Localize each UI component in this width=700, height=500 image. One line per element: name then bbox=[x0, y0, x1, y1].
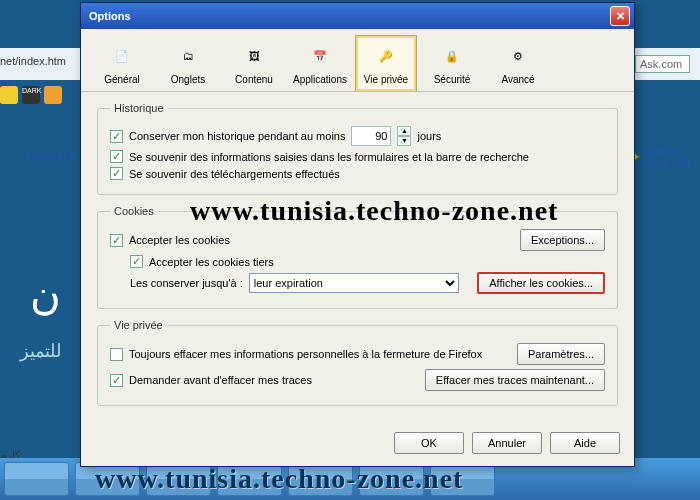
taskbar-button[interactable] bbox=[217, 462, 282, 496]
keep-until-label: Les conserver jusqu'à : bbox=[130, 277, 243, 289]
spin-down[interactable]: ▼ bbox=[397, 136, 411, 146]
taskbar-button[interactable] bbox=[288, 462, 353, 496]
settings-button[interactable]: Paramètres... bbox=[517, 343, 605, 365]
historique-group: Historique ✓ Conserver mon historique pe… bbox=[97, 102, 618, 195]
remember-downloads-label: Se souvenir des téléchargements effectué… bbox=[129, 168, 340, 180]
keep-until-select[interactable]: leur expiration bbox=[249, 273, 459, 293]
dialog-buttons: OK Annuler Aide bbox=[81, 426, 634, 466]
address-bar-fragment: net/index.htm bbox=[0, 55, 66, 67]
remember-forms-checkbox[interactable]: ✓ bbox=[110, 150, 123, 163]
close-button[interactable]: ✕ bbox=[610, 6, 630, 26]
remember-downloads-checkbox[interactable]: ✓ bbox=[110, 167, 123, 180]
bookmark-toolbar: DARK bbox=[0, 80, 62, 110]
help-button[interactable]: Aide bbox=[550, 432, 620, 454]
ok-button[interactable]: OK bbox=[394, 432, 464, 454]
remember-forms-label: Se souvenir des informations saisies dan… bbox=[129, 151, 529, 163]
spin-up[interactable]: ▲ bbox=[397, 126, 411, 136]
tab-onglets[interactable]: 🗂Onglets bbox=[157, 35, 219, 91]
document-icon: 📄 bbox=[106, 40, 138, 72]
accept-cookies-label: Accepter les cookies bbox=[129, 234, 230, 246]
filmmaker-link[interactable]: • Filmmaker bbox=[20, 150, 78, 162]
content-icon: 🖼 bbox=[238, 40, 270, 72]
history-days-input[interactable] bbox=[351, 126, 391, 146]
dialog-title: Options bbox=[89, 10, 610, 22]
historique-legend: Historique bbox=[110, 102, 168, 114]
tab-securite[interactable]: 🔒Sécurité bbox=[421, 35, 483, 91]
taskbar-button[interactable] bbox=[75, 462, 140, 496]
tab-general[interactable]: 📄Général bbox=[91, 35, 153, 91]
category-tabs: 📄Général 🗂Onglets 🖼Contenu 📅Applications… bbox=[81, 29, 634, 92]
arabic-text: ن bbox=[30, 270, 61, 319]
cookies-group: Cookies ✓ Accepter les cookies Exception… bbox=[97, 205, 618, 309]
days-suffix: jours bbox=[417, 130, 441, 142]
taskbar-button[interactable] bbox=[146, 462, 211, 496]
accept-cookies-checkbox[interactable]: ✓ bbox=[110, 234, 123, 247]
ask-before-clear-label: Demander avant d'effacer mes traces bbox=[129, 374, 312, 386]
privacy-legend: Vie privée bbox=[110, 319, 167, 331]
ask-before-clear-checkbox[interactable]: ✓ bbox=[110, 374, 123, 387]
privacy-group: Vie privée ✓ Toujours effacer mes inform… bbox=[97, 319, 618, 406]
key-icon: 🔑 bbox=[370, 40, 402, 72]
add-to-wishlist-link[interactable]: ✦ Add toWish List bbox=[629, 145, 690, 169]
keep-history-checkbox[interactable]: ✓ bbox=[110, 130, 123, 143]
keep-history-label: Conserver mon historique pendant au moin… bbox=[129, 130, 345, 142]
always-clear-checkbox[interactable]: ✓ bbox=[110, 348, 123, 361]
tabs-icon: 🗂 bbox=[172, 40, 204, 72]
tab-vie-privee[interactable]: 🔑Vie privée bbox=[355, 35, 417, 91]
taskbar-button[interactable] bbox=[430, 462, 495, 496]
titlebar[interactable]: Options ✕ bbox=[81, 3, 634, 29]
cookies-legend: Cookies bbox=[110, 205, 158, 217]
always-clear-label: Toujours effacer mes informations person… bbox=[129, 348, 482, 360]
cancel-button[interactable]: Annuler bbox=[472, 432, 542, 454]
tab-contenu[interactable]: 🖼Contenu bbox=[223, 35, 285, 91]
lock-icon: 🔒 bbox=[436, 40, 468, 72]
tab-applications[interactable]: 📅Applications bbox=[289, 35, 351, 91]
clear-now-button[interactable]: Effacer mes traces maintenant... bbox=[425, 369, 605, 391]
arabic-subtext: للتميز bbox=[20, 340, 61, 362]
exceptions-button[interactable]: Exceptions... bbox=[520, 229, 605, 251]
options-dialog: Options ✕ 📄Général 🗂Onglets 🖼Contenu 📅Ap… bbox=[80, 2, 635, 467]
bookmark-icon[interactable] bbox=[44, 86, 62, 104]
bookmark-icon[interactable] bbox=[0, 86, 18, 104]
gear-icon: ⚙ bbox=[502, 40, 534, 72]
apps-icon: 📅 bbox=[304, 40, 336, 72]
tab-avance[interactable]: ⚙Avancé bbox=[487, 35, 549, 91]
show-cookies-button[interactable]: Afficher les cookies... bbox=[477, 272, 605, 294]
taskbar-button[interactable] bbox=[359, 462, 424, 496]
bookmark-icon[interactable]: DARK bbox=[22, 86, 40, 104]
accept-third-party-label: Accepter les cookies tiers bbox=[149, 256, 274, 268]
search-box[interactable]: Ask.com bbox=[635, 55, 690, 73]
accept-third-party-checkbox[interactable]: ✓ bbox=[130, 255, 143, 268]
taskbar-button[interactable] bbox=[4, 462, 69, 496]
